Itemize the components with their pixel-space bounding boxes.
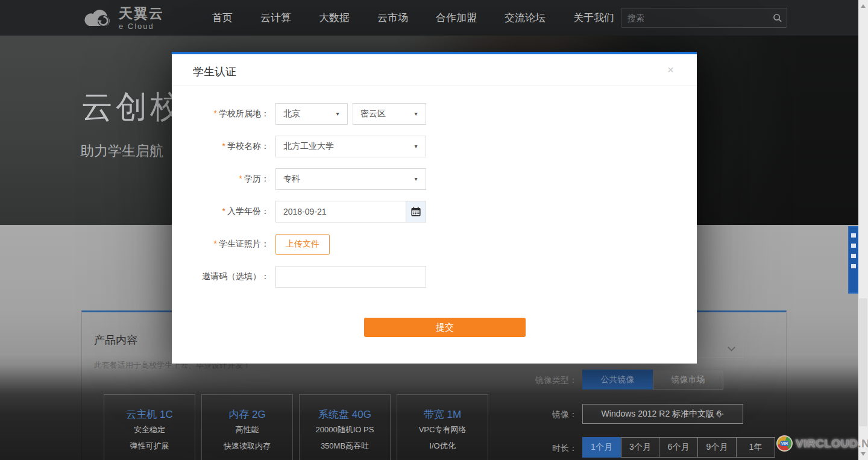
nav-item-cloud-computing[interactable]: 云计算: [260, 11, 291, 25]
brand-text: 天翼云 e Cloud: [119, 7, 164, 30]
duration-3month-button[interactable]: 3个月: [621, 437, 659, 458]
spec-card-bandwidth: 带宽 1M VPC专有网络 I/O优化: [397, 394, 488, 460]
duration-1month-button[interactable]: 1个月: [582, 437, 621, 458]
form-row-school-location: *学校所属地： 北京 密云区: [193, 103, 697, 125]
form-row-student-card: *学生证照片： 上传文件: [193, 233, 697, 255]
modal-title: 学生认证: [193, 65, 236, 79]
calendar-icon: [411, 207, 421, 216]
spec-card-line: 20000随机IO PS: [300, 421, 390, 438]
image-select[interactable]: Windows 2012 R2 标准中文版 6·: [582, 404, 743, 424]
school-location-controls: 北京 密云区: [275, 103, 426, 125]
spec-card-memory: 内存 2G 高性能 快速读取内存: [201, 394, 293, 460]
form-row-enroll-year: *入学年份：: [193, 201, 697, 222]
duration-6month-button[interactable]: 6个月: [659, 437, 698, 458]
required-mark: *: [222, 141, 225, 151]
scrollbar-thumb[interactable]: [859, 298, 867, 426]
duration-toggle: 1个月 3个月 6个月 9个月 1年: [582, 437, 775, 458]
school-name-label: *学校名称：: [193, 141, 269, 152]
cloud-logo-icon: [81, 4, 115, 32]
form-row-school-name: *学校名称： 北方工业大学: [193, 136, 697, 157]
spec-card-title: 系统盘 40G: [300, 408, 390, 421]
image-type-market-button[interactable]: 镜像市场: [653, 370, 723, 389]
duration-1year-button[interactable]: 1年: [737, 437, 775, 458]
search-input[interactable]: [621, 13, 769, 23]
hero-subtitle: 助力学生启航: [80, 142, 163, 160]
image-label: 镜像：: [504, 409, 577, 420]
watermark: VIR VIRCLOUD.NET: [776, 435, 868, 452]
calendar-button[interactable]: [406, 201, 426, 222]
invite-code-label: 邀请码（选填）：: [193, 271, 269, 282]
spec-card-title: 带宽 1M: [397, 408, 488, 421]
district-select[interactable]: 密云区: [353, 103, 426, 125]
spec-card-disk: 系统盘 40G 20000随机IO PS 350MB高吞吐: [299, 394, 391, 460]
duration-label: 时长：: [504, 443, 577, 454]
enroll-year-label: *入学年份：: [193, 206, 269, 217]
image-type-public-button[interactable]: 公共镜像: [582, 370, 653, 389]
spec-card-line: 安全稳定: [104, 421, 195, 438]
hero-title: 云创校: [81, 86, 184, 128]
required-mark: *: [214, 109, 217, 118]
search-icon[interactable]: [769, 13, 787, 23]
nav-item-big-data[interactable]: 大数据: [319, 11, 350, 25]
student-card-label: *学生证照片：: [193, 239, 269, 250]
spec-card-line: 弹性可扩展: [104, 438, 195, 454]
scroll-down-arrow-icon[interactable]: [861, 452, 866, 456]
spec-card-line: 350MB高吞吐: [300, 438, 390, 454]
modal-header: 学生认证 ×: [172, 54, 697, 86]
watermark-text: VIRCLOUD.NET: [796, 437, 868, 450]
close-icon[interactable]: ×: [667, 63, 674, 77]
feedback-side-tab[interactable]: [848, 226, 859, 294]
scrollbar[interactable]: [858, 0, 868, 460]
image-type-toggle: 公共镜像 镜像市场: [582, 370, 723, 389]
form-row-degree: *学历： 专科: [193, 168, 697, 190]
invite-code-input[interactable]: [275, 266, 426, 288]
school-name-select-value: 北方工业大学: [283, 141, 334, 152]
brand-title: 天翼云: [119, 7, 164, 20]
scroll-up-arrow-icon[interactable]: [861, 4, 866, 8]
watermark-cloud-icon: VIR: [776, 435, 793, 452]
spec-card-line: 高性能: [202, 421, 292, 438]
page: 天翼云 e Cloud 首页 云计算 大数据 云市场 合作加盟 交流论坛 关于我…: [0, 0, 868, 460]
district-select-value: 密云区: [360, 109, 386, 119]
chevron-down-icon: [728, 344, 735, 351]
image-type-label: 镜像类型：: [504, 375, 577, 386]
student-verification-modal: 学生认证 × *学校所属地： 北京 密云区 *学校名称：: [172, 52, 697, 364]
spec-cards: 云主机 1C 安全稳定 弹性可扩展 内存 2G 高性能 快速读取内存 系统盘 4…: [104, 394, 488, 460]
spec-card-line: 快速读取内存: [202, 438, 292, 454]
required-mark: *: [222, 206, 225, 216]
nav-item-cloud-market[interactable]: 云市场: [377, 11, 408, 25]
degree-select-value: 专科: [283, 174, 300, 184]
spec-card-line: I/O优化: [397, 438, 488, 454]
nav-item-forum[interactable]: 交流论坛: [505, 11, 546, 25]
school-name-select[interactable]: 北方工业大学: [275, 136, 426, 157]
degree-label: *学历：: [193, 174, 269, 184]
spec-card-cpu: 云主机 1C 安全稳定 弹性可扩展: [104, 394, 195, 460]
brand-subtitle: e Cloud: [119, 22, 164, 30]
brand-logo[interactable]: 天翼云 e Cloud: [81, 4, 164, 32]
submit-button[interactable]: 提交: [364, 318, 526, 337]
student-verification-form: *学校所属地： 北京 密云区 *学校名称： 北方工业大学: [172, 86, 697, 337]
form-row-invite-code: 邀请码（选填）：: [193, 266, 697, 288]
spec-card-line: VPC专有网络: [397, 421, 488, 438]
search-box: [621, 8, 787, 28]
degree-select[interactable]: 专科: [275, 168, 426, 190]
nav-links: 首页 云计算 大数据 云市场 合作加盟 交流论坛 关于我们: [212, 0, 614, 36]
required-mark: *: [214, 239, 217, 248]
image-select-value: Windows 2012 R2 标准中文版 6·: [602, 409, 725, 420]
top-nav: 天翼云 e Cloud 首页 云计算 大数据 云市场 合作加盟 交流论坛 关于我…: [0, 0, 868, 36]
required-mark: *: [239, 174, 242, 183]
nav-item-home[interactable]: 首页: [212, 11, 233, 25]
watermark-badge-text: VIR: [780, 441, 790, 446]
spec-card-title: 内存 2G: [202, 408, 292, 421]
province-select-value: 北京: [283, 109, 300, 119]
province-select[interactable]: 北京: [275, 103, 348, 125]
product-panel-title: 产品内容: [94, 333, 137, 347]
enroll-year-input[interactable]: [276, 201, 406, 222]
school-location-label: *学校所属地：: [193, 109, 269, 119]
upload-file-button[interactable]: 上传文件: [275, 234, 330, 255]
nav-item-about-us[interactable]: 关于我们: [573, 11, 614, 25]
spec-card-title: 云主机 1C: [104, 408, 195, 421]
duration-9month-button[interactable]: 9个月: [698, 437, 737, 458]
nav-item-partnership[interactable]: 合作加盟: [436, 11, 477, 25]
enroll-year-field: [275, 201, 426, 222]
